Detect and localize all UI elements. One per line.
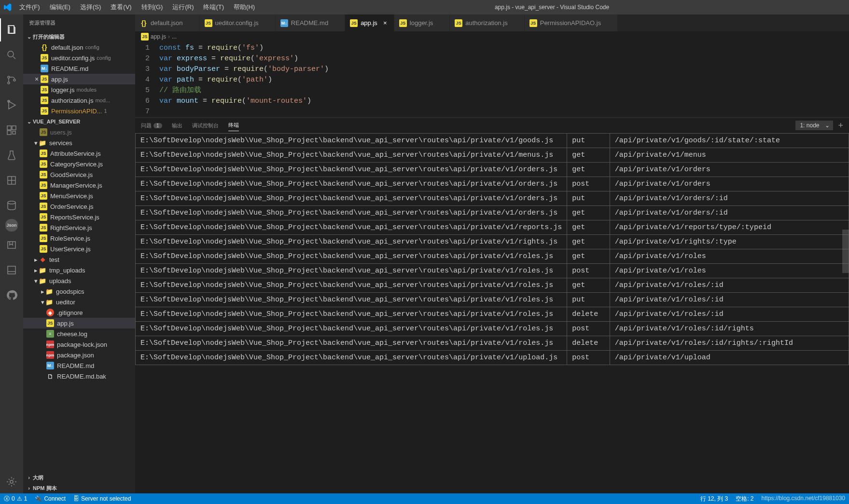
open-editor-item[interactable]: JSueditor.config.jsconfig	[23, 53, 135, 63]
tree-item[interactable]: ▸◆test	[23, 254, 135, 265]
route-row: E:\SoftDevelop\nodejsWeb\Vue_Shop_Projec…	[136, 220, 849, 235]
status-spaces[interactable]: 空格: 2	[732, 495, 757, 503]
tree-item[interactable]: JSGoodService.js	[23, 169, 135, 180]
bookmark-icon[interactable]	[0, 233, 23, 257]
editor-tab[interactable]: JSPermissionAPIDAO.js×	[525, 14, 618, 31]
file-name: PermissionAPID...	[51, 108, 102, 115]
tree-item[interactable]: JSCategoryService.js	[23, 159, 135, 169]
js-file-icon: JS	[40, 245, 47, 253]
tree-item[interactable]: ▾📁services	[23, 137, 135, 148]
explorer-icon[interactable]	[0, 18, 23, 41]
json-icon[interactable]: Json	[5, 219, 18, 232]
menu-item[interactable]: 帮助(H)	[230, 1, 259, 14]
open-editor-item[interactable]: JSPermissionAPID...1	[23, 106, 135, 116]
extensions-icon[interactable]	[0, 119, 23, 142]
close-icon[interactable]: ×	[33, 75, 41, 83]
editor-tab[interactable]: JSapp.js×	[345, 14, 394, 31]
open-editor-item[interactable]: ×JSapp.js	[23, 74, 135, 84]
menu-item[interactable]: 转到(G)	[138, 1, 167, 14]
terminal-scrollbar[interactable]	[842, 230, 849, 273]
json-file-icon: {}	[140, 19, 148, 27]
panel-tab[interactable]: 问题1	[141, 120, 162, 131]
status-server[interactable]: 🗄Server not selected	[70, 493, 135, 504]
status-ln-col[interactable]: 行 12, 列 3	[696, 495, 732, 503]
database-icon[interactable]	[0, 194, 23, 217]
editor-tab[interactable]: {}default.json×	[135, 14, 200, 31]
tree-item[interactable]: JSRoleService.js	[23, 233, 135, 244]
file-desc: mod...	[95, 97, 110, 103]
tree-item[interactable]: ▸📁goodspics	[23, 286, 135, 297]
menu-item[interactable]: 查看(V)	[107, 1, 135, 14]
vscode-logo-icon	[4, 3, 12, 11]
svg-point-2	[8, 76, 10, 78]
status-errors[interactable]: ⓧ0⚠1	[0, 493, 31, 504]
status-connect[interactable]: 🔌Connect	[31, 493, 70, 504]
menu-item[interactable]: 运行(R)	[168, 1, 197, 14]
file-name: ReportsService.js	[50, 214, 99, 221]
tree-item[interactable]: JSOrderService.js	[23, 201, 135, 212]
route-cell: get	[567, 206, 610, 220]
file-name: users.js	[50, 129, 72, 136]
menu-item[interactable]: 文件(F)	[15, 1, 44, 14]
test-icon[interactable]	[0, 144, 23, 167]
route-row: E:\SoftDevelop\nodejsWeb\Vue_Shop_Projec…	[136, 351, 849, 365]
tree-item[interactable]: M↓README.md	[23, 360, 135, 371]
js-file-icon: JS	[40, 181, 47, 189]
route-cell: E:\SoftDevelop\nodejsWeb\Vue_Shop_Projec…	[136, 264, 567, 278]
editor-tab[interactable]: JSauthorization.js×	[450, 14, 524, 31]
settings-gear-icon[interactable]	[0, 470, 23, 493]
tree-item[interactable]: npmpackage-lock.json	[23, 339, 135, 350]
open-editor-item[interactable]: JSauthorization.jsmod...	[23, 95, 135, 106]
source-control-icon[interactable]	[0, 68, 23, 92]
tree-item[interactable]: JSusers.js	[23, 127, 135, 137]
terminal-output[interactable]: E:\SoftDevelop\nodejsWeb\Vue_Shop_Projec…	[135, 133, 849, 493]
open-editor-item[interactable]: M↓README.md	[23, 63, 135, 74]
tab-label: authorization.js	[465, 19, 507, 27]
menu-item[interactable]: 终端(T)	[199, 1, 228, 14]
git-icon: ◆	[46, 309, 54, 316]
tree-item[interactable]: ◆.gitignore	[23, 307, 135, 318]
open-editor-item[interactable]: JSlogger.jsmodules	[23, 84, 135, 95]
panel-tab[interactable]: 调试控制台	[192, 120, 219, 131]
tree-item[interactable]: ≡cheese.log	[23, 328, 135, 339]
tree-item[interactable]: JSUserService.js	[23, 244, 135, 254]
project-icon[interactable]	[0, 169, 23, 192]
open-editor-item[interactable]: {}default.jsonconfig	[23, 42, 135, 53]
panel-tab[interactable]: 终端	[228, 120, 239, 131]
run-debug-icon[interactable]	[0, 94, 23, 117]
menu-item[interactable]: 选择(S)	[76, 1, 105, 14]
editor-tab[interactable]: JSlogger.js×	[394, 14, 450, 31]
github-icon[interactable]	[0, 284, 23, 307]
new-terminal-icon[interactable]: +	[838, 121, 843, 131]
tree-item[interactable]: JSReportsService.js	[23, 212, 135, 222]
search-icon[interactable]	[0, 43, 23, 67]
route-cell: get	[567, 278, 610, 293]
tree-item[interactable]: ▾📁uploads	[23, 275, 135, 286]
breadcrumb[interactable]: JS app.js › ...	[135, 31, 849, 42]
tree-item[interactable]: JSapp.js	[23, 318, 135, 328]
editor-tab[interactable]: JSueditor.config.js×	[200, 14, 276, 31]
menu-item[interactable]: 编辑(E)	[46, 1, 74, 14]
terminal-select[interactable]: 1: node ⌄	[795, 121, 833, 130]
project-header[interactable]: ⌄VUE_API_SERVER	[23, 116, 135, 127]
tree-item[interactable]: JSAttributeService.js	[23, 148, 135, 159]
code-editor[interactable]: 1234567 const fs = require('fs')var expr…	[135, 42, 849, 117]
tree-item[interactable]: ▾📁ueditor	[23, 297, 135, 307]
tree-item[interactable]: ▸📁tmp_uploads	[23, 265, 135, 275]
tree-item[interactable]: JSManagerService.js	[23, 180, 135, 191]
panel-tab[interactable]: 输出	[172, 120, 182, 131]
tree-item[interactable]: 🗋README.md.bak	[23, 371, 135, 381]
tree-item[interactable]: JSRightService.js	[23, 222, 135, 233]
open-editors-header[interactable]: ⌄打开的编辑器	[23, 31, 135, 42]
editor-tab[interactable]: M↓README.md×	[276, 14, 345, 31]
route-cell: put	[567, 191, 610, 206]
npm-scripts-header[interactable]: ›NPM 脚本	[23, 483, 135, 493]
tree-item[interactable]: npmpackage.json	[23, 350, 135, 360]
outline-header[interactable]: ›大纲	[23, 472, 135, 483]
file-name: services	[49, 139, 72, 147]
js-file-icon: JS	[40, 160, 47, 168]
panel-icon[interactable]	[0, 259, 23, 282]
tree-item[interactable]: JSMenuService.js	[23, 191, 135, 201]
route-cell: put	[567, 134, 610, 148]
close-icon[interactable]: ×	[381, 19, 389, 27]
